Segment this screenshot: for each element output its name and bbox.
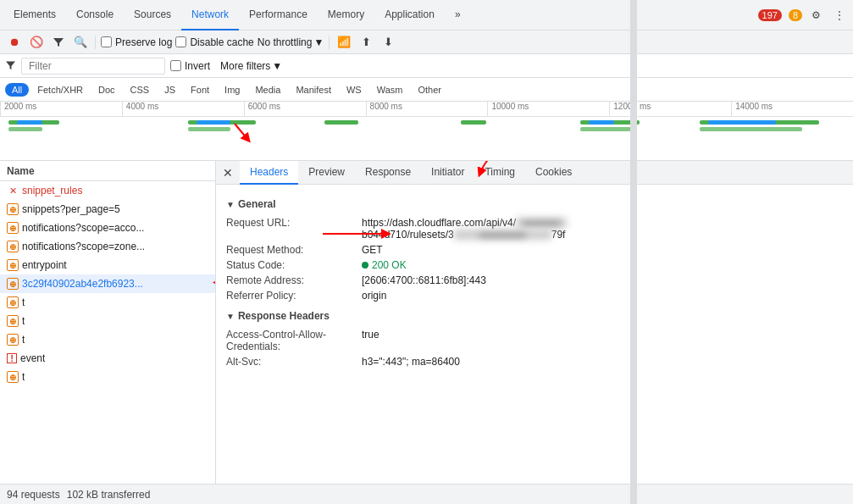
type-btn-doc[interactable]: Doc: [91, 83, 122, 97]
item-name: t: [22, 296, 25, 308]
type-btn-media[interactable]: Media: [248, 83, 287, 97]
status-code-value: 200 OK: [362, 259, 407, 271]
tab-headers[interactable]: Headers: [240, 161, 298, 185]
bottom-bar: 94 requests 102 kB transferred: [0, 484, 853, 504]
list-item[interactable]: ⊕ snippets?per_page=5: [0, 200, 215, 219]
status-code-row: Status Code: 200 OK: [226, 258, 843, 273]
item-name: snippets?per_page=5: [22, 203, 120, 215]
toolbar: ⏺ 🚫 🔍 Preserve log Disable cache No thro…: [0, 30, 853, 54]
list-item[interactable]: ⊕ entrypoint: [0, 256, 215, 274]
remote-address-row: Remote Address: [2606:4700::6811:6fb8]:4…: [226, 273, 843, 288]
tab-preview[interactable]: Preview: [298, 161, 355, 185]
referrer-policy-value: origin: [362, 290, 386, 302]
type-btn-js[interactable]: JS: [158, 83, 182, 97]
disable-cache-checkbox[interactable]: [175, 36, 186, 47]
timeline-bar: [324, 120, 358, 125]
request-method-value: GET: [362, 244, 383, 256]
type-btn-other[interactable]: Other: [411, 83, 448, 97]
access-control-value: true: [362, 329, 379, 341]
request-url-label: Request URL:: [226, 217, 362, 229]
tab-performance[interactable]: Performance: [239, 0, 318, 30]
tick-6000: 6000 ms: [244, 102, 366, 116]
alt-svc-value: h3=":443"; ma=86400: [362, 356, 460, 368]
list-item[interactable]: ⊕ t: [0, 368, 215, 386]
filter-icon[interactable]: [49, 33, 68, 52]
type-btn-wasm[interactable]: Wasm: [370, 83, 410, 97]
settings-icon[interactable]: ⚙: [806, 5, 826, 25]
item-name: event: [20, 352, 45, 364]
timeline-bar: [580, 127, 631, 131]
tick-14000: 14000 ms: [731, 102, 853, 116]
list-item[interactable]: ⊕ t: [0, 293, 215, 312]
tab-more[interactable]: »: [445, 0, 471, 30]
more-options-icon[interactable]: ⋮: [829, 5, 850, 25]
status-dot: [362, 262, 368, 269]
timeline-bar: [700, 127, 802, 131]
api-icon: ⊕: [7, 259, 19, 271]
timeline-bars: [0, 117, 853, 161]
type-btn-css[interactable]: CSS: [124, 83, 157, 97]
tab-console[interactable]: Console: [66, 0, 124, 30]
tab-response[interactable]: Response: [355, 161, 421, 185]
list-item[interactable]: ✕ snippet_rules: [0, 181, 215, 200]
throttle-selector[interactable]: No throttling ▼: [258, 36, 324, 48]
status-code-label: Status Code:: [226, 259, 362, 271]
item-name-selected: 3c29f40902ab4e2fb6923...: [22, 278, 143, 290]
list-item[interactable]: ⊕ t: [0, 312, 215, 330]
list-item[interactable]: ! event: [0, 349, 215, 368]
preserve-log-checkbox[interactable]: [101, 36, 112, 47]
timeline-bar: [708, 120, 777, 125]
timeline-bar: [8, 127, 42, 131]
clear-icon[interactable]: 🚫: [27, 33, 46, 52]
list-item[interactable]: ⊕ notifications?scope=acco...: [0, 219, 215, 237]
disable-cache-label[interactable]: Disable cache: [175, 36, 253, 48]
request-method-label: Request Method:: [226, 244, 362, 256]
type-btn-all[interactable]: All: [5, 83, 29, 97]
invert-checkbox[interactable]: [170, 60, 181, 71]
wifi-icon[interactable]: 📶: [335, 33, 353, 52]
main-content: Name ✕ snippet_rules ⊕ snippets?per_page…: [0, 161, 853, 484]
timeline-ruler: 2000 ms 4000 ms 6000 ms 8000 ms 10000 ms…: [0, 102, 853, 117]
tab-elements[interactable]: Elements: [3, 0, 66, 30]
filter-bar: Invert More filters ▼: [0, 54, 853, 78]
more-filters-button[interactable]: More filters ▼: [215, 58, 287, 74]
tab-memory[interactable]: Memory: [318, 0, 374, 30]
type-filters: All Fetch/XHR Doc CSS JS Font Img Media …: [0, 78, 853, 102]
tab-initiator[interactable]: Initiator: [421, 161, 474, 185]
download-icon[interactable]: ⬇: [379, 33, 397, 52]
preserve-log-label[interactable]: Preserve log: [101, 36, 172, 48]
type-btn-ws[interactable]: WS: [340, 83, 368, 97]
timeline-bar: [589, 120, 614, 125]
tick-10000: 10000 ms: [487, 102, 609, 116]
type-btn-fetch-xhr[interactable]: Fetch/XHR: [30, 83, 90, 97]
timeline-bar: [461, 120, 486, 125]
filter-input[interactable]: [21, 58, 165, 75]
close-panel-button[interactable]: ✕: [219, 164, 236, 181]
separator2: [329, 36, 330, 49]
list-item-selected[interactable]: ⊕ 3c29f40902ab4e2fb6923...: [0, 274, 215, 293]
type-btn-font[interactable]: Font: [184, 83, 216, 97]
upload-icon[interactable]: ⬆: [357, 33, 375, 52]
tab-cookies[interactable]: Cookies: [525, 161, 582, 185]
record-stop-icon[interactable]: ⏺: [5, 33, 24, 52]
timeline-bar: [188, 127, 230, 131]
type-btn-img[interactable]: Img: [218, 83, 246, 97]
item-name: t: [22, 371, 25, 383]
list-item[interactable]: ⊕ t: [0, 330, 215, 349]
type-btn-manifest[interactable]: Manifest: [289, 83, 338, 97]
tick-8000: 8000 ms: [366, 102, 488, 116]
tab-network[interactable]: Network: [181, 0, 239, 30]
api-icon: ⊕: [7, 296, 19, 308]
api-icon: ⊕: [7, 222, 19, 234]
timeline-arrow: [230, 122, 256, 150]
invert-label[interactable]: Invert: [170, 60, 210, 72]
tab-timing[interactable]: Timing: [474, 161, 525, 185]
item-name: t: [22, 315, 25, 327]
list-item[interactable]: ⊕ notifications?scope=zone...: [0, 237, 215, 256]
error-square-icon: !: [7, 353, 17, 363]
api-icon: ⊕: [7, 371, 19, 383]
tab-application[interactable]: Application: [374, 0, 445, 30]
search-icon[interactable]: 🔍: [71, 33, 90, 52]
left-panel-header: Name: [0, 161, 215, 181]
tab-sources[interactable]: Sources: [124, 0, 181, 30]
